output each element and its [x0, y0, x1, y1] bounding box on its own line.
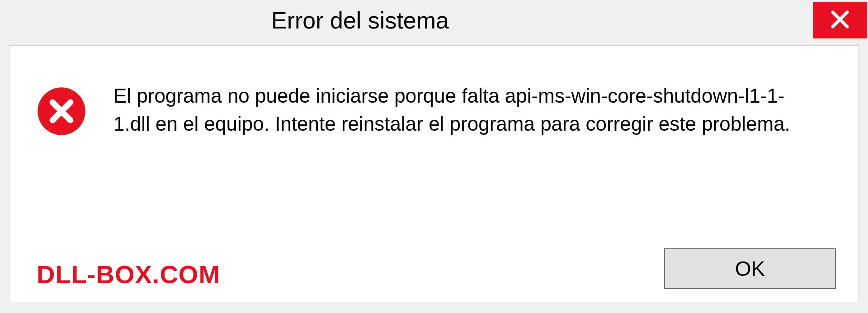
window-title: Error del sistema — [271, 7, 449, 34]
close-button[interactable] — [813, 2, 867, 38]
dialog-content: El programa no puede iniciarse porque fa… — [9, 45, 859, 303]
message-row: El programa no puede iniciarse porque fa… — [37, 82, 831, 138]
error-message: El programa no puede iniciarse porque fa… — [113, 82, 814, 138]
titlebar: Error del sistema — [0, 0, 868, 41]
watermark-text: DLL-BOX.COM — [37, 260, 220, 289]
ok-button[interactable]: OK — [664, 248, 836, 289]
ok-button-label: OK — [735, 256, 765, 281]
error-circle-icon — [37, 86, 86, 138]
close-icon — [829, 9, 851, 32]
